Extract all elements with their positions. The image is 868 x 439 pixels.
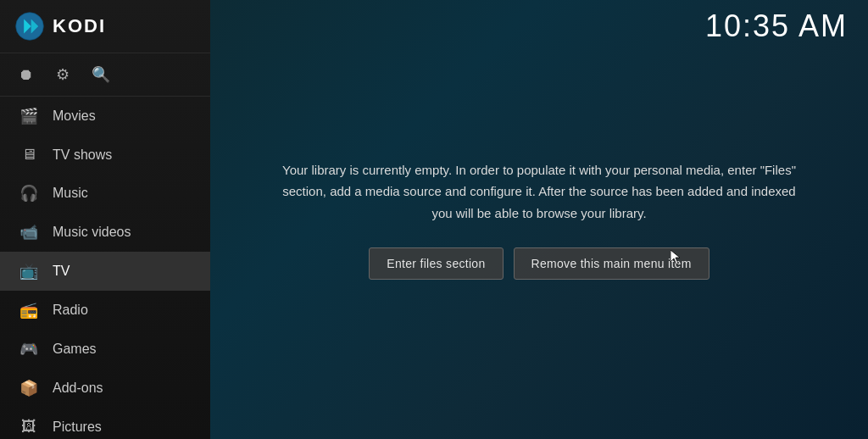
sidebar-item-label: Movies	[53, 108, 96, 124]
sidebar-item-pictures[interactable]: 🖼 Pictures	[0, 408, 210, 439]
sidebar-header: KODI	[0, 0, 210, 53]
sidebar-item-label: Pictures	[53, 420, 102, 435]
sidebar-item-label: TV shows	[53, 147, 112, 163]
pictures-icon: 🖼	[19, 418, 39, 436]
sidebar-item-tv-shows[interactable]: 🖥 TV shows	[0, 136, 210, 174]
clock-display: 10:35 AM	[705, 8, 848, 44]
sidebar-item-label: Games	[53, 342, 97, 357]
sidebar-item-movies[interactable]: 🎬 Movies	[0, 97, 210, 136]
sidebar-item-games[interactable]: 🎮 Games	[0, 330, 210, 369]
center-area: Your library is currently empty. In orde…	[210, 0, 868, 439]
sidebar-item-add-ons[interactable]: 📦 Add-ons	[0, 369, 210, 408]
library-empty-message: Your library is currently empty. In orde…	[278, 159, 800, 225]
sidebar-controls: ⏺ ⚙ 🔍	[0, 53, 210, 97]
sidebar-item-music[interactable]: 🎧 Music	[0, 174, 210, 213]
sidebar-item-tv[interactable]: 📺 TV	[0, 252, 210, 291]
tv-icon: 📺	[19, 262, 39, 281]
games-icon: 🎮	[19, 340, 39, 358]
enter-files-button[interactable]: Enter files section	[369, 247, 503, 280]
sidebar-item-label: TV	[53, 264, 70, 279]
sidebar-item-label: Radio	[53, 303, 88, 318]
app-title: KODI	[53, 15, 106, 37]
sidebar-item-label: Music	[53, 186, 88, 201]
sidebar-item-music-videos[interactable]: 📹 Music videos	[0, 213, 210, 252]
power-icon[interactable]: ⏺	[19, 66, 34, 84]
music-videos-icon: 📹	[19, 223, 39, 242]
sidebar-nav: 🎬 Movies 🖥 TV shows 🎧 Music 📹 Music vide…	[0, 97, 210, 439]
add-ons-icon: 📦	[19, 379, 39, 397]
sidebar-item-label: Add-ons	[53, 381, 103, 396]
radio-icon: 📻	[19, 301, 39, 320]
music-icon: 🎧	[19, 184, 39, 203]
tv-shows-icon: 🖥	[19, 146, 39, 164]
search-icon[interactable]: 🔍	[92, 65, 110, 84]
sidebar-item-radio[interactable]: 📻 Radio	[0, 291, 210, 330]
movies-icon: 🎬	[19, 107, 39, 125]
sidebar-item-label: Music videos	[53, 225, 131, 240]
remove-menu-item-button[interactable]: Remove this main menu item	[514, 247, 709, 280]
main-content: 10:35 AM Your library is currently empty…	[210, 0, 868, 439]
settings-icon[interactable]: ⚙	[56, 65, 70, 84]
sidebar: KODI ⏺ ⚙ 🔍 🎬 Movies 🖥 TV shows 🎧 Music 📹…	[0, 0, 210, 439]
kodi-logo-icon	[15, 12, 44, 41]
action-buttons: Enter files section Remove this main men…	[369, 247, 709, 280]
